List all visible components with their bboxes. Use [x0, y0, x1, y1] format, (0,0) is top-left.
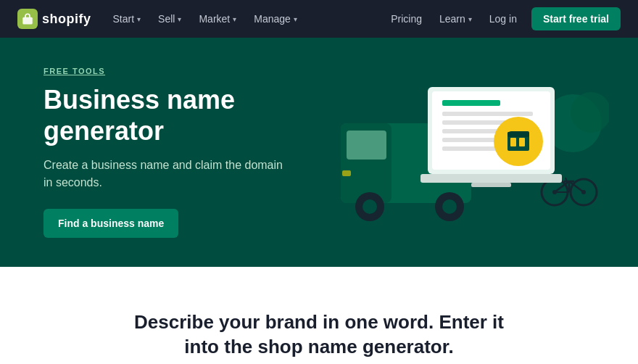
- nav-start[interactable]: Start ▾: [106, 9, 149, 29]
- main-heading: Describe your brand in one word. Enter i…: [116, 310, 522, 360]
- nav-login[interactable]: Log in: [482, 9, 524, 29]
- hero-description: Create a business name and claim the dom…: [44, 157, 290, 191]
- svg-rect-0: [22, 17, 33, 25]
- navbar: shopify Start ▾ Sell ▾ Market ▾ Manage ▾…: [0, 0, 638, 38]
- manage-chevron-icon: ▾: [294, 15, 297, 23]
- learn-chevron-icon: ▾: [468, 15, 472, 23]
- hero-content: FREE TOOLS Business name generator Creat…: [44, 67, 594, 238]
- hero-section: FREE TOOLS Business name generator Creat…: [0, 38, 638, 267]
- shopify-logo-bag: [17, 9, 38, 29]
- shopify-bag-icon: [21, 12, 34, 25]
- find-business-name-button[interactable]: Find a business name: [44, 209, 178, 238]
- nav-pricing[interactable]: Pricing: [384, 9, 429, 29]
- start-free-trial-button[interactable]: Start free trial: [531, 7, 621, 30]
- main-section: Describe your brand in one word. Enter i…: [0, 267, 638, 364]
- nav-links-left: Start ▾ Sell ▾ Market ▾ Manage ▾: [106, 9, 304, 29]
- hero-title: Business name generator: [44, 84, 334, 146]
- nav-manage[interactable]: Manage ▾: [246, 9, 304, 29]
- logo[interactable]: shopify: [17, 9, 91, 29]
- sell-chevron-icon: ▾: [178, 15, 181, 23]
- nav-market[interactable]: Market ▾: [191, 9, 244, 29]
- market-chevron-icon: ▾: [233, 15, 236, 23]
- nav-sell[interactable]: Sell ▾: [151, 9, 188, 29]
- start-chevron-icon: ▾: [137, 15, 141, 23]
- shopify-wordmark: shopify: [42, 12, 91, 27]
- hero-label[interactable]: FREE TOOLS: [44, 67, 594, 75]
- nav-links-right: Pricing Learn ▾ Log in Start free trial: [384, 7, 621, 30]
- nav-learn[interactable]: Learn ▾: [432, 9, 479, 29]
